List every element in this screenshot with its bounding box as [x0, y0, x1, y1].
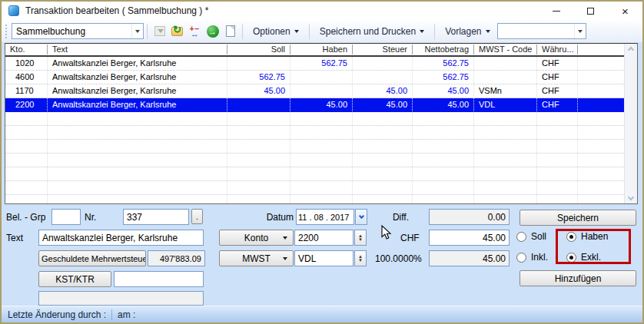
refresh-icon[interactable]: ↻ [169, 23, 185, 39]
close-button[interactable]: × [608, 2, 642, 20]
new-document-icon[interactable] [222, 23, 238, 39]
text-label: Text [6, 233, 23, 243]
cell-text: Anwaltskanzlei Berger, Karlsruhe [48, 71, 227, 84]
mwst-dropdown-label: MWST [242, 253, 271, 264]
cell-text: Anwaltskanzlei Berger, Karlsruhe [48, 98, 227, 111]
app-icon [8, 5, 19, 16]
column-header-haben[interactable]: Haben [290, 45, 353, 55]
dots-button[interactable]: . [191, 209, 203, 224]
column-header-mwst-code[interactable]: MWST - Code [474, 45, 537, 55]
window-title: Transaktion bearbeiten ( Sammelbuchung )… [25, 5, 208, 16]
inkl-radio[interactable]: Inkl. [516, 252, 548, 263]
datum-label: Datum [255, 212, 294, 223]
cell-waehrung: CHF [537, 98, 578, 111]
toolbar-grip[interactable] [5, 25, 8, 38]
go-icon[interactable]: → [204, 23, 221, 39]
cell-soll [227, 98, 290, 111]
table-row-selected[interactable]: 2200 Anwaltskanzlei Berger, Karlsruhe 45… [5, 98, 624, 112]
adjust-columns-icon[interactable]: +−↔ [187, 23, 203, 39]
cell-haben [290, 84, 353, 98]
prozent-label: 100.0000% [375, 253, 422, 264]
vertical-scrollbar[interactable] [624, 44, 637, 203]
betrag-chf-input[interactable]: 45.00 [429, 230, 510, 246]
mwst-code-input[interactable]: VDL [294, 250, 354, 266]
cell-steuer [353, 71, 413, 84]
column-header-waehrung[interactable]: Währu... [537, 45, 578, 55]
kst-ktr-button[interactable]: KST/KTR [38, 271, 111, 287]
chevron-down-icon[interactable] [574, 24, 586, 38]
calendar-dropdown-button[interactable] [355, 209, 367, 225]
konto-dropdown-button[interactable]: Konto [219, 230, 294, 246]
soll-radio[interactable]: Soll [516, 231, 546, 242]
column-header-soll[interactable]: Soll [227, 45, 290, 55]
cell-soll: 562.75 [227, 71, 290, 84]
menu-speichern-und-drucken[interactable]: Speichern und Drucken [313, 23, 431, 40]
booking-grid: Kto. Text Soll Haben Steuer Nettobetrag … [5, 43, 638, 204]
toolbar: Sammelbuchung ↻ +−↔ → Optionen Speichern… [2, 20, 642, 43]
cell-kto: 4600 [5, 71, 48, 84]
scroll-up-icon[interactable] [628, 47, 634, 53]
cell-steuer: 45.00 [353, 98, 413, 111]
minimize-button[interactable] [539, 2, 573, 20]
cell-steuer [353, 57, 413, 70]
column-header-kto[interactable]: Kto. [5, 45, 48, 55]
cell-nettobetrag: 562.75 [413, 71, 474, 84]
booking-type-combobox[interactable]: Sammelbuchung [12, 23, 144, 39]
diff-label: Diff. [370, 212, 409, 223]
kst-ktr-input[interactable] [114, 271, 204, 287]
cell-mwst-code: VSMn [474, 84, 537, 98]
maximize-button[interactable] [573, 2, 608, 20]
mwst-spinner[interactable]: ▲▼ [354, 250, 367, 266]
cell-kto: 1170 [5, 84, 48, 98]
cell-steuer: 45.00 [353, 84, 413, 98]
menu-vorlagen[interactable]: Vorlagen [438, 23, 496, 40]
status-bar: Letzte Änderung durch : am : [2, 306, 642, 322]
table-row[interactable]: 1020 Anwaltskanzlei Berger, Karlsruhe 56… [5, 57, 624, 71]
cell-haben: 45.00 [290, 98, 353, 111]
status-right-text: am : [118, 309, 135, 320]
table-row[interactable]: 1170 Anwaltskanzlei Berger, Karlsruhe 45… [5, 84, 624, 98]
menu-optionen[interactable]: Optionen [246, 23, 306, 40]
empty-row[interactable] [5, 167, 624, 181]
mehrwertsteuer-value-field: 497'883.09 [148, 250, 205, 266]
column-header-nettobetrag[interactable]: Nettobetrag [413, 45, 474, 55]
transaction-edit-window: Transaktion bearbeiten ( Sammelbuchung )… [0, 0, 644, 324]
text-input[interactable]: Anwaltskanzlei Berger, Karlsruhe [38, 230, 204, 246]
speichern-button[interactable]: Speichern [520, 210, 636, 226]
konto-input[interactable]: 2200 [294, 230, 354, 246]
beleg-grp-input[interactable] [51, 209, 81, 225]
menu-optionen-label: Optionen [253, 26, 290, 37]
menu-speichern-und-drucken-label: Speichern und Drucken [320, 26, 416, 37]
column-header-steuer[interactable]: Steuer [353, 45, 413, 55]
empty-row[interactable] [5, 140, 624, 154]
status-separator [111, 309, 112, 320]
diff-value-field: 0.00 [429, 209, 510, 225]
cell-waehrung: CHF [537, 57, 578, 70]
toolbar-separator [309, 24, 310, 39]
toolbar-separator [147, 24, 148, 39]
column-header-text[interactable]: Text [48, 45, 227, 55]
datum-input[interactable]: 11 . 08 . 2017 [296, 209, 354, 225]
empty-row[interactable] [5, 126, 624, 140]
beleg-nr-input[interactable]: 337 [123, 209, 189, 225]
cell-nettobetrag: 45.00 [413, 84, 474, 98]
empty-row[interactable] [5, 181, 624, 195]
scroll-down-icon[interactable] [628, 194, 634, 200]
hinzufuegen-button[interactable]: Hinzufügen [520, 270, 636, 286]
mwst-dropdown-button[interactable]: MWST [219, 250, 294, 266]
radio-circle-icon [516, 232, 526, 242]
konto-spinner[interactable]: ▲▼ [354, 230, 367, 246]
konto-dropdown-label: Konto [244, 233, 268, 243]
radio-circle-icon [516, 253, 526, 263]
chevron-down-icon[interactable] [131, 24, 143, 38]
cell-text: Anwaltskanzlei Berger, Karlsruhe [48, 84, 227, 98]
empty-row[interactable] [5, 195, 624, 203]
mouse-cursor-icon [381, 225, 392, 243]
cell-nettobetrag: 562.75 [413, 57, 474, 70]
status-left-text: Letzte Änderung durch : [8, 309, 106, 320]
table-row[interactable]: 4600 Anwaltskanzlei Berger, Karlsruhe 56… [5, 71, 624, 84]
chevron-down-icon [358, 213, 363, 219]
empty-row[interactable] [5, 112, 624, 126]
empty-row[interactable] [5, 154, 624, 167]
template-combobox[interactable] [497, 23, 586, 39]
